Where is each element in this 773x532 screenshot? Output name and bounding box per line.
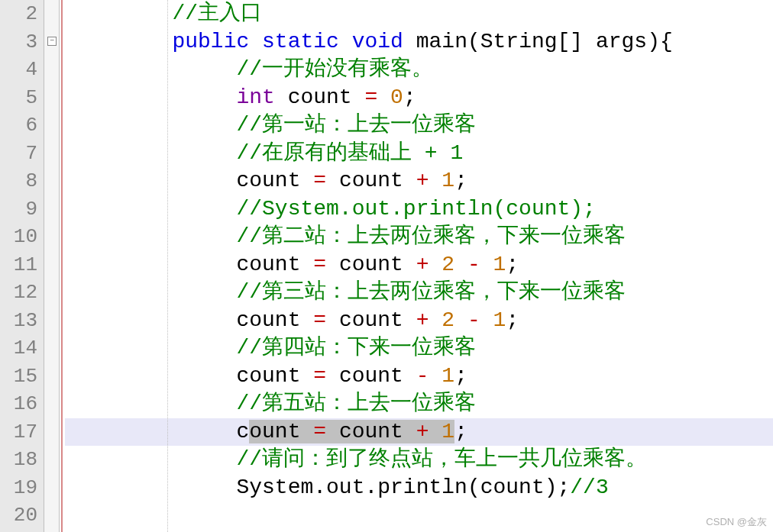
line-number: 12 xyxy=(0,279,37,307)
watermark-text: CSDN @金灰 xyxy=(706,515,767,529)
line-number: 11 xyxy=(0,251,37,279)
code-line[interactable]: //第二站：上去两位乘客，下来一位乘客 xyxy=(65,223,773,251)
code-line[interactable]: count = count + 2 - 1; xyxy=(65,307,773,335)
line-number: 5 xyxy=(0,84,37,112)
code-line[interactable]: public static void main(String[] args){ xyxy=(65,28,773,56)
code-line[interactable]: System.out.println(count);//3 xyxy=(65,474,773,502)
fold-gutter: − xyxy=(44,0,60,532)
line-number: 20 xyxy=(0,501,37,530)
code-line[interactable]: count = count + 1; xyxy=(65,167,773,195)
line-number: 19 xyxy=(0,474,37,502)
line-number: 6 xyxy=(0,111,37,140)
line-number: 14 xyxy=(0,334,37,363)
code-editor[interactable]: 2 3 4 5 6 7 8 9 10 11 12 13 14 15 16 17 … xyxy=(0,0,773,532)
line-number: 9 xyxy=(0,195,37,224)
code-line[interactable]: //在原有的基础上 + 1 xyxy=(65,140,773,168)
line-number: 17 xyxy=(0,418,37,447)
fold-collapse-icon[interactable]: − xyxy=(47,37,57,46)
indent-guide xyxy=(167,0,168,532)
line-number: 13 xyxy=(0,307,37,335)
line-number: 18 xyxy=(0,446,37,474)
line-number-gutter: 2 3 4 5 6 7 8 9 10 11 12 13 14 15 16 17 … xyxy=(0,0,44,532)
code-line[interactable]: //第一站：上去一位乘客 xyxy=(65,111,773,140)
code-line[interactable]: count = count - 1; xyxy=(65,363,773,391)
code-line-current[interactable]: count = count + 1; xyxy=(65,418,773,447)
code-line[interactable]: //System.out.println(count); xyxy=(65,195,773,224)
code-line[interactable]: //第四站：下来一位乘客 xyxy=(65,334,773,363)
code-line[interactable]: //主入口 xyxy=(65,0,773,28)
line-number: 4 xyxy=(0,56,37,84)
code-line[interactable]: //第三站：上去两位乘客，下来一位乘客 xyxy=(65,279,773,307)
line-number: 10 xyxy=(0,223,37,251)
code-text-area[interactable]: //主入口 public static void main(String[] a… xyxy=(65,0,773,532)
change-margin xyxy=(60,0,65,532)
code-line[interactable]: //第五站：上去一位乘客 xyxy=(65,390,773,418)
line-number: 3 xyxy=(0,28,37,56)
code-line[interactable]: //一开始没有乘客。 xyxy=(65,56,773,84)
code-line[interactable]: count = count + 2 - 1; xyxy=(65,251,773,279)
line-number: 15 xyxy=(0,363,37,391)
code-line[interactable]: int count = 0; xyxy=(65,84,773,112)
code-line[interactable] xyxy=(65,501,773,530)
code-line[interactable]: //请问：到了终点站，车上一共几位乘客。 xyxy=(65,446,773,474)
line-number: 7 xyxy=(0,140,37,168)
line-number: 16 xyxy=(0,390,37,418)
line-number: 2 xyxy=(0,0,37,28)
line-number: 8 xyxy=(0,167,37,195)
